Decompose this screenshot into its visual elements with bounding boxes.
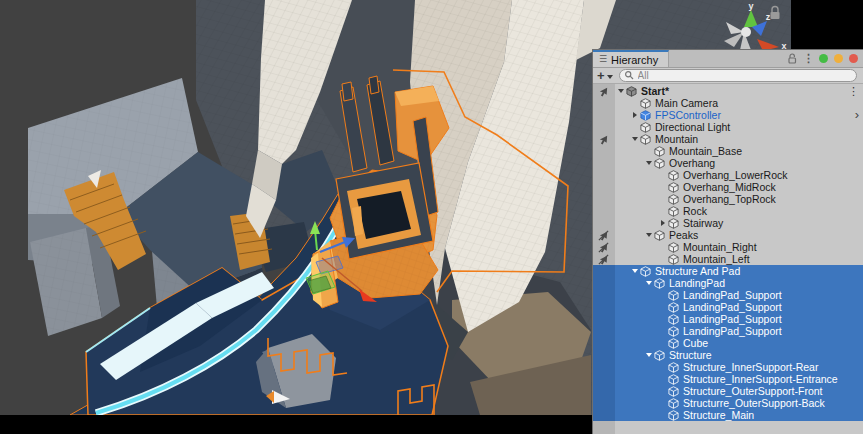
item-label: Overhang: [669, 157, 715, 169]
tree-item-rock[interactable]: Rock: [593, 205, 863, 217]
gutter-cell: [593, 217, 615, 229]
create-object-button[interactable]: +: [597, 69, 613, 82]
tree-item-landingpad[interactable]: LandingPad: [593, 277, 863, 289]
expand-arrow-open[interactable]: [629, 137, 640, 141]
tree-item-structure-outersupport-front[interactable]: Structure_OuterSupport-Front: [593, 385, 863, 397]
panel-menu-icon[interactable]: ⋮: [803, 53, 813, 64]
go-icon: [668, 398, 681, 409]
pick-icon[interactable]: [593, 85, 615, 97]
tree-item-structure-and-pad[interactable]: Structure And Pad: [593, 265, 863, 277]
gutter-cell: [593, 109, 615, 121]
item-label: Main Camera: [655, 97, 718, 109]
item-label: LandingPad_Support: [683, 325, 782, 337]
go-icon: [640, 134, 653, 145]
expand-arrow-open[interactable]: [615, 89, 626, 93]
item-label: Structure_OuterSupport-Front: [683, 385, 822, 397]
expand-arrow-open[interactable]: [643, 161, 654, 165]
tree-item-landingpad-support[interactable]: LandingPad_Support: [593, 301, 863, 313]
tree-item-overhang-toprock[interactable]: Overhang_TopRock: [593, 193, 863, 205]
item-label: Structure_Main: [683, 409, 754, 421]
item-label: LandingPad_Support: [683, 313, 782, 325]
tree-item-mountain-right[interactable]: Mountain_Right: [593, 241, 863, 253]
item-label: Overhang_LowerRock: [683, 169, 787, 181]
tree-item-start[interactable]: Start*⋮: [593, 85, 863, 97]
hierarchy-search[interactable]: [619, 69, 857, 82]
gutter-cell: [593, 277, 615, 289]
tab-hierarchy[interactable]: ☰ Hierarchy: [593, 50, 669, 67]
go-icon: [668, 290, 681, 301]
go-icon: [654, 350, 667, 361]
unity-editor-window: y z x ☰ Hierarchy ⋮: [0, 0, 863, 434]
item-label: Peaks: [669, 229, 698, 241]
item-label: Structure: [669, 349, 712, 361]
item-label: Start*: [641, 85, 669, 97]
gutter-cell: [593, 121, 615, 133]
gutter-cell: [593, 301, 615, 313]
tree-item-structure-innersupport-entrance[interactable]: Structure_InnerSupport-Entrance: [593, 373, 863, 385]
window-button-red[interactable]: [849, 54, 858, 63]
gutter-cell: [593, 397, 615, 409]
tree-item-stairway[interactable]: Stairway: [593, 217, 863, 229]
go-icon: [668, 194, 681, 205]
tree-item-mountain-base[interactable]: Mountain_Base: [593, 145, 863, 157]
tree-item-mountain[interactable]: Mountain: [593, 133, 863, 145]
item-label: Mountain_Base: [669, 145, 742, 157]
tree-item-structure-main[interactable]: Structure_Main: [593, 409, 863, 421]
tree-item-structure-innersupport-rear[interactable]: Structure_InnerSupport-Rear: [593, 361, 863, 373]
go-icon: [654, 146, 667, 157]
tree-item-cube[interactable]: Cube: [593, 337, 863, 349]
tree-item-fpscontroller[interactable]: FPSController›: [593, 109, 863, 121]
gutter-cell: [593, 289, 615, 301]
gutter-cell: [593, 193, 615, 205]
expand-arrow-open[interactable]: [643, 281, 654, 285]
pick-icon[interactable]: [593, 133, 615, 145]
tree-item-structure[interactable]: Structure: [593, 349, 863, 361]
item-label: LandingPad: [669, 277, 725, 289]
tab-label: Hierarchy: [611, 54, 658, 66]
tree-item-structurre-outersupport-back[interactable]: Structurre_OuterSupport-Back: [593, 397, 863, 409]
tree-item-mountain-left[interactable]: Mountain_Left: [593, 253, 863, 265]
item-options-icon[interactable]: ⋮: [848, 86, 859, 97]
gutter-cell: [593, 385, 615, 397]
lock-icon[interactable]: [787, 53, 797, 64]
gutter-cell: [593, 157, 615, 169]
axis-z-label: z: [766, 12, 771, 22]
expand-arrow-closed[interactable]: [629, 112, 640, 118]
pick-disabled-icon[interactable]: [593, 253, 615, 265]
tree-item-directional-light[interactable]: Directional Light: [593, 121, 863, 133]
go-icon: [668, 314, 681, 325]
prefab-open-chevron[interactable]: ›: [855, 108, 859, 121]
item-label: LandingPad_Support: [683, 289, 782, 301]
tree-item-landingpad-support[interactable]: LandingPad_Support: [593, 325, 863, 337]
tree-item-peaks[interactable]: Peaks: [593, 229, 863, 241]
tree-item-main-camera[interactable]: Main Camera: [593, 97, 863, 109]
go-icon: [668, 242, 681, 253]
item-label: FPSController: [655, 109, 721, 121]
expand-arrow-open[interactable]: [643, 353, 654, 357]
window-button-yellow[interactable]: [834, 54, 843, 63]
tree-item-landingpad-support[interactable]: LandingPad_Support: [593, 313, 863, 325]
expand-arrow-closed[interactable]: [657, 220, 668, 226]
gutter-cell: [593, 169, 615, 181]
item-label: Structure_InnerSupport-Entrance: [683, 373, 838, 385]
gutter-cell: [593, 313, 615, 325]
pick-disabled-icon[interactable]: [593, 241, 615, 253]
hierarchy-tree: Start*⋮Main CameraFPSController›Directio…: [593, 84, 863, 434]
item-label: Mountain_Right: [683, 241, 757, 253]
expand-arrow-open[interactable]: [643, 233, 654, 237]
go-icon: [668, 302, 681, 313]
tree-item-overhang-midrock[interactable]: Overhang_MidRock: [593, 181, 863, 193]
go-icon: [668, 326, 681, 337]
go-icon: [668, 206, 681, 217]
item-label: Structurre_OuterSupport-Back: [683, 397, 825, 409]
gutter-cell: [593, 337, 615, 349]
search-input[interactable]: [638, 70, 850, 81]
tree-item-landingpad-support[interactable]: LandingPad_Support: [593, 289, 863, 301]
tree-item-overhang-lowerrock[interactable]: Overhang_LowerRock: [593, 169, 863, 181]
tree-item-overhang[interactable]: Overhang: [593, 157, 863, 169]
expand-arrow-open[interactable]: [629, 269, 640, 273]
item-label: Rock: [683, 205, 707, 217]
window-button-green[interactable]: [819, 54, 828, 63]
pick-disabled-icon[interactable]: [593, 229, 615, 241]
gutter-cell: [593, 97, 615, 109]
